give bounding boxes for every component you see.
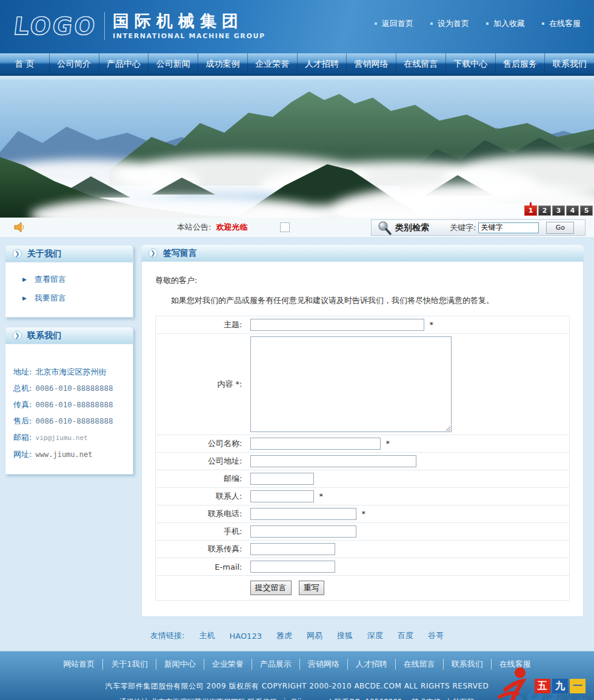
banner-pager: 1 2 3 4 5 <box>524 205 593 216</box>
friend-link-host[interactable]: 主机 <box>199 630 215 641</box>
footernav-honors[interactable]: 企业荣誉 <box>204 659 252 670</box>
phone-input[interactable] <box>250 508 356 520</box>
field-label: E-mail: <box>156 558 247 576</box>
friend-link-sohu[interactable]: 搜狐 <box>337 630 353 641</box>
banner-page-3[interactable]: 3 <box>552 205 565 216</box>
studio-name: 网络工作室 <box>533 697 588 700</box>
field-label: 联系人: <box>156 488 247 505</box>
footernav-contact[interactable]: 联系我们 <box>443 659 491 670</box>
logo: LOGO 国际机械集团 INTERNATIONAL MACHINE GROUP <box>10 10 265 42</box>
content: ❯ 关于我们 ▶ 查看留言 ▶ 我要留言 ❯ 联系我们 <box>0 238 594 617</box>
speaker-icon <box>13 221 25 233</box>
nav-item-news[interactable]: 公司新闻 <box>148 53 198 75</box>
square-bullet-icon <box>430 22 433 25</box>
chevron-circle-icon: ❯ <box>13 331 22 340</box>
zip-input[interactable] <box>250 473 314 485</box>
contact-website: 网址: www.jiumu.net <box>13 446 133 463</box>
sidebar-item-view-messages[interactable]: ▶ 查看留言 <box>5 270 133 288</box>
nav-item-after-sales[interactable]: 售后服务 <box>496 53 546 75</box>
search-panel: 类别检索 关键字: Go <box>371 219 586 236</box>
banner-page-2[interactable]: 2 <box>538 205 551 216</box>
site-header: LOGO 国际机械集团 INTERNATIONAL MACHINE GROUP … <box>0 0 594 53</box>
field-label: 公司名称: <box>156 435 247 453</box>
svg-text:LOGO: LOGO <box>12 12 99 40</box>
sidebar-contact-box: ❯ 联系我们 地址: 北京市海淀区苏州街 总机: 0086-010-888888… <box>5 327 133 475</box>
nav-item-honors[interactable]: 企业荣誉 <box>248 53 298 75</box>
field-label: 内容 *: <box>156 334 247 435</box>
field-label: 主题: <box>156 316 247 334</box>
notice-bar: 本站公告: 欢迎光临 类别检索 关键字: Go <box>0 218 594 238</box>
footernav-products[interactable]: 产品展示 <box>252 659 299 670</box>
header-quick-links: 返回首页 设为首页 加入收藏 在线客服 <box>375 18 581 29</box>
sidebar-item-leave-message[interactable]: ▶ 我要留言 <box>5 288 133 307</box>
studio-boxes: 五 九 一 <box>535 679 586 693</box>
panel-body: 尊敬的客户: 如果您对我们的产品或服务有任何意见和建议请及时告诉我们，我们将尽快… <box>141 262 584 617</box>
required-star: * <box>386 439 390 448</box>
required-star: * <box>430 320 434 329</box>
banner-page-5[interactable]: 5 <box>580 205 593 216</box>
field-label: 邮编: <box>156 470 247 488</box>
nav-item-marketing[interactable]: 营销网络 <box>347 53 396 75</box>
link-set-homepage[interactable]: 设为首页 <box>430 18 469 29</box>
keyword-input[interactable] <box>478 222 539 233</box>
nav-item-products[interactable]: 产品中心 <box>99 53 149 75</box>
notice-checkbox[interactable] <box>280 222 290 232</box>
nav-item-jobs[interactable]: 人才招聘 <box>298 53 347 75</box>
footernav-home[interactable]: 网站首页 <box>55 659 102 670</box>
notice-text: 欢迎光临 <box>216 222 247 233</box>
studio-box: 五 <box>535 679 550 693</box>
main-panel: ❯ 签写留言 尊敬的客户: 如果您对我们的产品或服务有任何意见和建议请及时告诉我… <box>141 245 584 617</box>
form-row: 内容 *: <box>156 334 570 435</box>
footernav-guestbook[interactable]: 在线留言 <box>395 659 443 670</box>
contact-fax: 传真: 0086-010-88888888 <box>13 396 133 413</box>
field-label: 联系传真: <box>156 541 247 558</box>
go-button[interactable]: Go <box>546 222 574 234</box>
content-textarea[interactable] <box>250 336 452 432</box>
contact-person-input[interactable] <box>250 490 314 502</box>
studio-logo[interactable]: 591 五 九 一 网络工作室 <box>493 665 592 700</box>
friend-link-netease[interactable]: 网易 <box>307 630 322 641</box>
header-divider <box>104 12 105 40</box>
sidebar-contact-header: ❯ 联系我们 <box>5 327 133 344</box>
sidebar-about-header: ❯ 关于我们 <box>5 245 133 262</box>
nav-item-guestbook[interactable]: 在线留言 <box>396 53 446 75</box>
required-star: * <box>362 509 366 518</box>
square-bullet-icon <box>542 22 544 25</box>
nav-item-cases[interactable]: 成功案例 <box>198 53 248 75</box>
company-address-input[interactable] <box>250 455 416 467</box>
submit-button[interactable]: 提交留言 <box>250 581 292 595</box>
fax-input[interactable] <box>250 543 335 555</box>
link-add-favorite[interactable]: 加入收藏 <box>486 18 525 29</box>
banner-page-1[interactable]: 1 <box>524 205 537 216</box>
square-bullet-icon <box>375 22 377 25</box>
form-row: 联系传真: <box>156 541 570 558</box>
sidebar: ❯ 关于我们 ▶ 查看留言 ▶ 我要留言 ❯ 联系我们 <box>5 245 133 484</box>
contact-address: 地址: 北京市海淀区苏州街 <box>13 364 133 380</box>
reset-button[interactable]: 重写 <box>299 581 324 595</box>
form-row: 公司名称: * <box>156 435 570 453</box>
form-row: 联系电话: * <box>156 505 570 523</box>
main-nav: 首 页 公司简介 产品中心 公司新闻 成功案例 企业荣誉 人才招聘 营销网络 在… <box>0 53 594 76</box>
email-input[interactable] <box>250 561 335 573</box>
friend-link-yahoo[interactable]: 雅虎 <box>276 630 292 641</box>
mobile-input[interactable] <box>250 525 356 538</box>
friend-link-hao123[interactable]: HAO123 <box>229 632 262 641</box>
link-back-home[interactable]: 返回首页 <box>375 18 413 29</box>
nav-item-company-profile[interactable]: 公司简介 <box>50 53 99 75</box>
nav-item-contact[interactable]: 联系我们 <box>545 53 594 75</box>
banner-page-4[interactable]: 4 <box>566 205 579 216</box>
friend-link-baidu[interactable]: 百度 <box>398 630 413 641</box>
footernav-about[interactable]: 关于1我们 <box>102 659 155 670</box>
friend-link-google[interactable]: 谷哥 <box>428 630 444 641</box>
subject-input[interactable] <box>250 319 424 331</box>
footernav-jobs[interactable]: 人才招聘 <box>347 659 395 670</box>
link-online-service[interactable]: 在线客服 <box>542 18 581 29</box>
nav-item-downloads[interactable]: 下载中心 <box>446 53 496 75</box>
company-name-input[interactable] <box>250 438 381 450</box>
nav-item-home[interactable]: 首 页 <box>0 53 50 75</box>
guestbook-form: 主题: * 内容 *: 公司名称: * 公司地址: <box>155 316 570 601</box>
empty-cell <box>156 576 247 601</box>
friend-link-shendu[interactable]: 深度 <box>367 630 383 641</box>
footernav-marketing[interactable]: 营销网络 <box>299 659 347 670</box>
footernav-news[interactable]: 新闻中心 <box>156 659 204 670</box>
